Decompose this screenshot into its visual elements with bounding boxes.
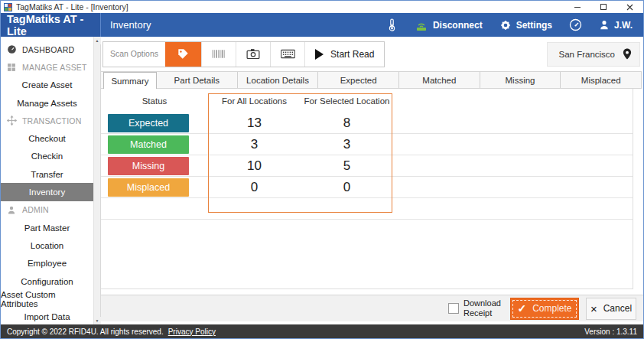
sidebar-item-inventory[interactable]: Inventory — [1, 183, 93, 200]
gear-icon — [499, 19, 512, 31]
tab-missing[interactable]: Missing — [480, 72, 561, 88]
sidebar-item-create-asset[interactable]: Create Asset — [1, 77, 93, 94]
tab-matched[interactable]: Matched — [399, 72, 480, 88]
copyright-text: Copyright © 2022 RFID4U. All rights rese… — [7, 328, 164, 336]
tab-expected[interactable]: Expected — [318, 72, 399, 88]
x-icon: × — [590, 302, 597, 315]
minimize-icon — [574, 7, 581, 8]
page-title: Inventory — [101, 13, 386, 37]
complete-label: Complete — [532, 303, 571, 314]
table-header-row: Status For All Locations For Selected Lo… — [101, 89, 633, 112]
sidebar-item-label: Configuration — [21, 277, 73, 286]
tab-location-details[interactable]: Location Details — [238, 72, 319, 88]
app-window: TagMatiks AT - Lite - [Inventory] TagMat… — [0, 0, 644, 339]
column-header-all-locations: For All Locations — [208, 96, 301, 106]
minimize-button[interactable] — [573, 2, 582, 11]
sidebar-item-transfer[interactable]: Transfer — [1, 165, 93, 183]
settings-button[interactable]: Settings — [499, 19, 552, 31]
table-row-matched: Matched 3 3 — [101, 134, 633, 155]
sidebar-scrollbar[interactable]: ▲ ▼ — [93, 37, 100, 324]
barcode-scan-button[interactable] — [201, 42, 236, 67]
settings-label: Settings — [516, 20, 552, 31]
version-text: Version : 1.3.11 — [584, 328, 637, 336]
keyboard-entry-button[interactable] — [270, 42, 304, 67]
boxes-icon — [6, 62, 17, 73]
admin-person-icon — [6, 204, 17, 215]
sidebar-item-dashboard[interactable]: DASHBOARD — [1, 41, 93, 58]
move-arrows-icon — [6, 116, 17, 126]
privacy-policy-link[interactable]: Privacy Policy — [168, 328, 216, 336]
sidebar-item-label: Employee — [28, 259, 67, 268]
sidebar-item-import-data[interactable]: Import Data — [1, 308, 93, 325]
sidebar-item-part-master[interactable]: Part Master — [1, 219, 93, 236]
scroll-up-icon[interactable]: ▲ — [94, 37, 101, 44]
cancel-label: Cancel — [603, 303, 632, 314]
main-panel: Scan Options — [101, 37, 643, 324]
sidebar-item-asset-custom-attributes[interactable]: Asset Custom Attributes — [1, 290, 93, 308]
maximize-icon — [600, 4, 607, 10]
camera-icon — [246, 48, 260, 60]
start-read-button[interactable]: Start Read — [304, 42, 384, 67]
sidebar-item-manage-assets[interactable]: Manage Assets — [1, 94, 93, 112]
status-badge: Missing — [108, 157, 189, 175]
sidebar-item-checkin[interactable]: Checkin — [1, 148, 93, 165]
rfid-tag-scan-button[interactable] — [165, 42, 201, 67]
app-icon — [4, 3, 12, 11]
camera-scan-button[interactable] — [236, 42, 270, 67]
sidebar-item-employee[interactable]: Employee — [1, 255, 93, 272]
tab-label: Matched — [422, 76, 456, 85]
misplaced-selected-count: 0 — [301, 180, 393, 195]
brand-title: TagMatiks AT - Lite — [1, 13, 101, 37]
download-receipt-label: Download Receipt — [463, 298, 503, 318]
matched-all-count: 3 — [208, 137, 301, 152]
scroll-down-icon[interactable]: ▼ — [94, 317, 101, 324]
sidebar-item-label: Checkin — [31, 152, 63, 161]
sidebar-item-admin[interactable]: ADMIN — [1, 201, 93, 219]
sidebar-item-label: Import Data — [24, 312, 70, 321]
tab-label: Location Details — [246, 76, 309, 85]
sidebar-item-label: Inventory — [29, 187, 65, 197]
user-menu[interactable]: J.W. — [599, 19, 633, 31]
temperature-button[interactable] — [386, 18, 398, 31]
sidebar-item-transaction[interactable]: TRANSACTION — [1, 112, 93, 129]
sidebar-item-label: TRANSACTION — [22, 116, 81, 125]
scan-options-label: Scan Options — [103, 42, 165, 67]
sidebar-item-location[interactable]: Location — [1, 236, 93, 254]
download-receipt-option[interactable]: Download Receipt — [448, 298, 503, 318]
sidebar-item-checkout[interactable]: Checkout — [1, 129, 93, 147]
sidebar-item-label: Create Asset — [22, 80, 73, 90]
disconnect-label: Disconnect — [433, 20, 483, 31]
sidebar: DASHBOARD MANAGE ASSET Create Asset Mana… — [1, 37, 101, 324]
summary-table: Status For All Locations For Selected Lo… — [101, 89, 633, 289]
maximize-button[interactable] — [599, 2, 608, 11]
table-empty-row — [101, 198, 633, 220]
location-selector-button[interactable]: San Francisco — [547, 42, 640, 67]
sidebar-item-label: Manage Assets — [17, 99, 77, 108]
reader-connection-icon — [415, 19, 428, 31]
tab-summary[interactable]: Summary — [103, 72, 157, 89]
user-icon — [599, 19, 610, 31]
tab-misplaced[interactable]: Misplaced — [561, 72, 641, 88]
close-button[interactable] — [625, 2, 634, 11]
complete-button[interactable]: ✓ Complete — [510, 298, 579, 320]
close-icon — [626, 4, 633, 11]
missing-selected-count: 5 — [301, 158, 393, 174]
start-read-label: Start Read — [330, 49, 374, 60]
tab-label: Misplaced — [581, 76, 621, 85]
tab-label: Missing — [506, 76, 535, 85]
table-row-missing: Missing 10 5 — [101, 155, 633, 177]
column-header-status: Status — [101, 96, 208, 106]
sidebar-item-configuration[interactable]: Configuration — [1, 272, 93, 290]
tab-part-details[interactable]: Part Details — [157, 72, 238, 88]
thermometer-icon — [386, 18, 398, 31]
sidebar-item-manage-asset[interactable]: MANAGE ASSET — [1, 58, 93, 76]
sidebar-item-label: Part Master — [24, 223, 70, 233]
action-bar: Download Receipt ✓ Complete × Cancel — [101, 295, 643, 321]
table-row-expected: Expected 13 8 — [101, 112, 633, 134]
app-header: TagMatiks AT - Lite Inventory Disconnect — [1, 13, 643, 37]
cancel-button[interactable]: × Cancel — [586, 298, 636, 320]
disconnect-button[interactable]: Disconnect — [415, 19, 483, 31]
tab-bar: Summary Part Details Location Details Ex… — [101, 71, 642, 89]
dashboard-gauge-button[interactable] — [569, 18, 582, 31]
download-receipt-checkbox[interactable] — [448, 303, 459, 314]
